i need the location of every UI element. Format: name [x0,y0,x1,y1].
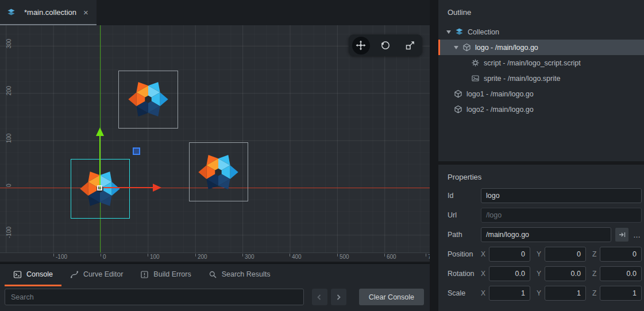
next-match-button[interactable] [331,289,346,305]
tab-close-icon[interactable]: × [83,8,88,17]
tab-label: Build Errors [153,270,191,278]
rotation-y-input[interactable] [545,266,586,281]
axis-y-label: Y [537,270,541,278]
outline-item-logo2[interactable]: logo2 - /main/logo.go [438,102,644,117]
ruler-x-label: -100 [53,254,67,260]
scale-z-input[interactable] [600,286,642,301]
axis-x-label: X [481,270,485,278]
console-search-input[interactable] [5,289,304,305]
outline-item-script[interactable]: script - /main/logo_script.script [438,55,644,71]
move-tool-button[interactable] [352,37,370,55]
tab-label: Console [26,270,53,278]
ruler-x-label: 500 [337,254,349,260]
outline-item-label: script - /main/logo_script.script [484,59,581,67]
browse-path-button[interactable]: … [632,231,642,239]
axis-y-label: Y [537,289,541,297]
position-y-input[interactable] [545,247,586,262]
position-z-input[interactable] [600,247,642,262]
tab-build-errors[interactable]: Build Errors [132,264,199,286]
axis-z-label: Z [592,250,596,258]
outline-item-label: logo - /main/logo.go [475,44,538,52]
editor-right-pane: Outline Collection logo - [438,0,644,311]
clear-console-button[interactable]: Clear Console [359,289,424,305]
defold-logo-sprite[interactable] [123,74,173,125]
sprite-icon [471,74,480,83]
outline-tree: Collection logo - /main/logo.go [438,24,644,117]
scale-x-input[interactable] [489,286,530,301]
move-gizmo-x-arrowhead[interactable] [153,184,161,192]
property-row-path: Path … [448,227,642,242]
rotation-z-input[interactable] [600,266,642,281]
tab-label: Search Results [222,270,271,278]
outline-item-label: logo1 - /main/logo.go [466,90,534,98]
tab-search-results[interactable]: Search Results [200,264,279,286]
axis-x-label: X [481,289,485,297]
axis-y-label: Y [537,250,541,258]
outline-item-label: logo2 - /main/logo.go [466,106,534,114]
ruler-y-label: 0 [3,179,14,192]
ruler-y-label: 300 [3,37,14,50]
move-gizmo-origin-handle[interactable] [97,185,102,191]
game-object-icon [454,90,462,98]
editor-tab-strip: *main.collection × [0,0,430,25]
vertical-splitter[interactable] [430,0,438,311]
build-errors-icon [140,270,149,279]
outline-item-logo1[interactable]: logo1 - /main/logo.go [438,86,644,102]
axis-x-label: X [481,250,485,258]
outline-item-logo[interactable]: logo - /main/logo.go [438,40,644,55]
outline-item-sprite[interactable]: sprite - /main/logo.sprite [438,71,644,86]
rotate-tool-icon [380,40,391,50]
move-gizmo-x-arrow[interactable] [103,187,153,188]
rotate-tool-button[interactable] [376,37,394,55]
game-object-icon [454,105,462,114]
ruler-x-label: 100 [148,254,160,260]
properties-form: Id Url Path … [438,188,644,301]
outline-panel: Outline Collection logo - [438,0,644,117]
ruler-x-label: 300 [242,254,254,260]
expander-down-icon[interactable] [454,46,458,49]
tab-console[interactable]: Console [5,264,61,286]
search-icon [209,270,217,279]
scale-tool-icon [405,40,415,50]
move-gizmo-xy-plane-handle[interactable] [133,147,140,155]
prev-match-button[interactable] [312,289,327,305]
move-gizmo-y-arrowhead[interactable] [96,127,104,136]
ruler-x-label: 400 [290,254,302,260]
ruler-y-label: 100 [3,132,14,145]
scene-editor-canvas[interactable]: -100 0 100 200 300 400 500 600 7 300 200… [0,25,430,262]
outline-item-label: Collection [468,28,499,36]
ruler-x-label: 600 [384,254,396,260]
move-tool-icon [356,40,366,50]
defold-editor-window: *main.collection × -100 0 100 200 3 [0,0,644,311]
property-row-rotation: Rotation X Y Z [448,266,642,281]
tab-main-collection[interactable]: *main.collection × [0,0,97,25]
defold-logo-sprite[interactable] [193,147,244,197]
scale-y-input[interactable] [545,286,586,301]
property-row-position: Position X Y Z [448,247,642,262]
scale-tool-button[interactable] [401,37,419,55]
move-gizmo-y-arrow[interactable] [99,135,101,189]
ruler-x-label: 0 [101,254,106,260]
goto-resource-icon [618,231,626,239]
open-resource-button[interactable] [615,228,628,242]
chevron-left-icon [316,294,323,301]
curve-editor-icon [70,270,79,279]
tab-curve-editor[interactable]: Curve Editor [61,264,132,286]
rotation-x-input[interactable] [489,266,530,281]
expander-down-icon[interactable] [446,30,451,34]
id-input[interactable] [481,188,642,203]
outline-item-collection[interactable]: Collection [438,24,644,40]
property-row-url: Url [448,208,642,223]
id-label: Id [448,192,481,200]
path-input[interactable] [481,227,611,242]
console-toolbar: Clear Console [0,286,430,305]
position-x-input[interactable] [489,247,530,262]
outline-title: Outline [438,0,644,17]
game-object-icon [462,43,471,52]
ruler-y-label: -100 [3,226,14,239]
axis-z-label: Z [592,270,596,278]
tab-label: Curve Editor [83,270,123,278]
editor-left-pane: *main.collection × -100 0 100 200 3 [0,0,430,311]
position-label: Position [448,250,481,258]
collection-icon [7,8,16,17]
